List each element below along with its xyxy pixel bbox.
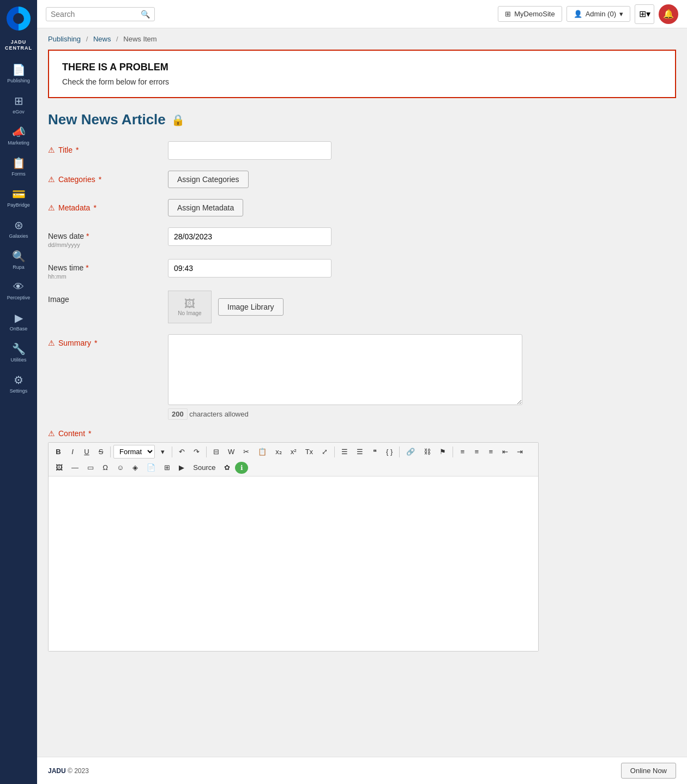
- toolbar-paste[interactable]: 📋: [254, 445, 270, 458]
- toolbar-cut[interactable]: ✂: [239, 445, 253, 458]
- toolbar-row-2: 🖼 — ▭ Ω ☺ ◈ 📄 ⊞ ▶ Source ✿: [52, 461, 248, 474]
- metadata-error-icon: ⚠: [48, 203, 55, 212]
- toolbar-align-left[interactable]: ≡: [456, 445, 469, 458]
- search-input[interactable]: [51, 10, 138, 19]
- sidebar-item-galaxies[interactable]: ⊛ Galaxies: [0, 213, 37, 244]
- toolbar-strike[interactable]: S: [94, 445, 107, 458]
- sidebar-item-paybridge[interactable]: 💳 PayBridge: [0, 182, 37, 213]
- toolbar-dropdown-arrow[interactable]: ▾: [156, 445, 169, 458]
- toolbar-embed[interactable]: ◈: [129, 461, 142, 474]
- breadcrumb-news[interactable]: News: [93, 35, 111, 43]
- summary-textarea[interactable]: [168, 334, 522, 405]
- sidebar-item-onbase[interactable]: ▶ OnBase: [0, 306, 37, 337]
- assign-metadata-button[interactable]: Assign Metadata: [168, 199, 243, 216]
- sidebar-item-forms[interactable]: 📋 Forms: [0, 151, 37, 182]
- toolbar-sep-3: [206, 447, 207, 457]
- toolbar-expand[interactable]: ⤢: [318, 445, 332, 458]
- toolbar-image[interactable]: 🖼: [52, 461, 67, 474]
- toolbar-italic[interactable]: I: [66, 445, 79, 458]
- sidebar-item-galaxies-label: Galaxies: [9, 233, 28, 239]
- news-date-input[interactable]: [168, 227, 332, 246]
- galaxies-icon: ⊛: [14, 219, 23, 232]
- sidebar-item-settings[interactable]: ⚙ Settings: [0, 368, 37, 399]
- news-time-row: News time * hh:mm: [48, 259, 676, 280]
- toolbar-superscript[interactable]: x²: [287, 445, 300, 458]
- metadata-required: *: [93, 203, 96, 212]
- format-select[interactable]: Format: [113, 445, 155, 459]
- toolbar-sep-1: [110, 447, 111, 457]
- sidebar-item-publishing-label: Publishing: [7, 78, 30, 83]
- toolbar-unlink[interactable]: ⛓: [420, 445, 435, 458]
- news-time-input[interactable]: [168, 259, 332, 278]
- toolbar-doc[interactable]: 📄: [143, 461, 159, 474]
- metadata-field: Assign Metadata: [168, 199, 676, 216]
- rupa-icon: 🔍: [12, 250, 26, 263]
- image-label-text: Image: [48, 295, 69, 304]
- search-icon[interactable]: 🔍: [141, 10, 150, 19]
- toolbar-decrease-indent[interactable]: ⇤: [498, 445, 512, 458]
- toolbar-increase-indent[interactable]: ⇥: [513, 445, 527, 458]
- toolbar-row-1: B I U S Format ▾ ↶: [52, 445, 527, 459]
- toolbar-align-center[interactable]: ≡: [470, 445, 483, 458]
- toolbar-hr[interactable]: —: [68, 461, 82, 474]
- sidebar-item-marketing[interactable]: 📣 Marketing: [0, 120, 37, 151]
- editor-body[interactable]: [49, 477, 538, 651]
- my-demo-site-button[interactable]: ⊞ MyDemoSite: [498, 6, 562, 22]
- sidebar-item-rupa-label: Rupa: [13, 264, 25, 270]
- toolbar-emoticon[interactable]: ☺: [113, 461, 128, 474]
- toolbar-code[interactable]: { }: [382, 445, 396, 458]
- sidebar-item-utilities[interactable]: 🔧 Utilities: [0, 337, 37, 368]
- summary-error-icon: ⚠: [48, 339, 55, 347]
- content-label-text: Content: [58, 429, 85, 438]
- notification-icon: 🔔: [663, 9, 674, 19]
- toolbar-info[interactable]: ℹ: [235, 462, 248, 474]
- logo-circle: [7, 7, 31, 31]
- image-library-button[interactable]: Image Library: [218, 298, 284, 316]
- admin-chevron-icon: ▾: [619, 10, 623, 18]
- toolbar-iframe[interactable]: ▭: [83, 461, 98, 474]
- toolbar-table[interactable]: ⊞: [160, 461, 174, 474]
- toolbar-remove-format[interactable]: Tx: [302, 445, 317, 458]
- toolbar-ol[interactable]: ☰: [338, 445, 352, 458]
- toolbar-ul[interactable]: ☰: [353, 445, 367, 458]
- notification-button[interactable]: 🔔: [659, 4, 678, 24]
- toolbar-align-right[interactable]: ≡: [484, 445, 497, 458]
- breadcrumb-publishing[interactable]: Publishing: [48, 35, 81, 43]
- admin-button[interactable]: 👤 Admin (0) ▾: [567, 6, 630, 22]
- sidebar-item-perceptive[interactable]: 👁 Perceptive: [0, 275, 37, 306]
- toolbar-bold[interactable]: B: [52, 445, 65, 458]
- news-time-format: hh:mm: [48, 273, 89, 280]
- breadcrumb-current: News Item: [123, 35, 156, 43]
- grid-icon-button[interactable]: ⊞ ▾: [635, 4, 654, 24]
- sidebar-item-forms-label: Forms: [11, 171, 26, 177]
- toolbar-flag[interactable]: ⚑: [436, 445, 450, 458]
- sidebar-logo: [0, 0, 37, 37]
- search-box[interactable]: 🔍: [46, 7, 155, 21]
- title-input[interactable]: [168, 141, 332, 160]
- news-time-field: [168, 259, 676, 278]
- toolbar-undo[interactable]: ↶: [175, 445, 189, 458]
- toolbar-blockquote[interactable]: ❝: [368, 445, 381, 458]
- image-field-inner: 🖼 No Image Image Library: [168, 291, 676, 323]
- assign-categories-button[interactable]: Assign Categories: [168, 171, 249, 188]
- toolbar-special[interactable]: ✿: [220, 461, 234, 474]
- toolbar-omega[interactable]: Ω: [99, 461, 112, 474]
- char-allowed-text: characters allowed: [189, 410, 248, 418]
- sidebar-item-egov[interactable]: ⊞ eGov: [0, 89, 37, 120]
- toolbar-paste-word[interactable]: W: [224, 445, 238, 458]
- toolbar-subscript[interactable]: x₂: [272, 445, 286, 458]
- sidebar-item-rupa[interactable]: 🔍 Rupa: [0, 244, 37, 275]
- toolbar-media[interactable]: ▶: [175, 461, 188, 474]
- footer-copyright: © 2023: [68, 767, 89, 775]
- toolbar-link[interactable]: 🔗: [402, 445, 419, 458]
- toolbar-redo[interactable]: ↷: [190, 445, 203, 458]
- toolbar-copy[interactable]: ⊟: [209, 445, 223, 458]
- lock-icon: 🔒: [171, 113, 185, 126]
- toolbar-underline[interactable]: U: [80, 445, 93, 458]
- categories-required: *: [99, 175, 101, 184]
- online-now-button[interactable]: Online Now: [621, 763, 676, 779]
- sidebar-item-publishing[interactable]: 📄 Publishing: [0, 58, 37, 89]
- toolbar-source[interactable]: Source: [189, 461, 219, 474]
- news-date-label: News date * dd/mm/yyyy: [48, 227, 168, 248]
- page-title-text: New News Article: [48, 111, 166, 128]
